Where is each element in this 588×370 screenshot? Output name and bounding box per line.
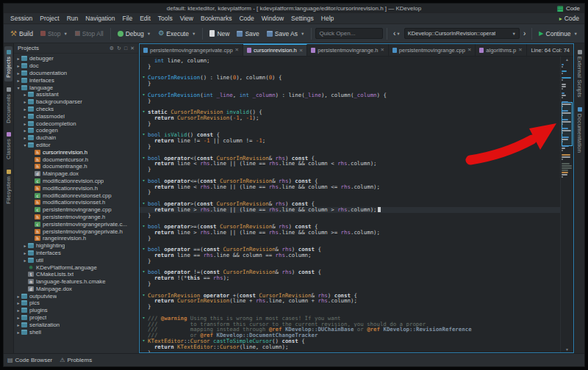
expand-arrow-icon[interactable]: ▸ [22,128,28,133]
stop-all-button[interactable]: Stop All [72,29,107,39]
configure-icon[interactable]: ⚙ [110,46,114,51]
tree-item[interactable]: ▸plugins [14,307,138,314]
expand-arrow-icon[interactable]: ▸ [22,99,28,104]
dock-tab-classes[interactable]: Classes [4,128,12,163]
collapse-arrow-icon[interactable]: ▾ [22,142,28,148]
tree-item[interactable]: ▸codegen [14,127,138,134]
code-area[interactable]: int line, column;}▾CursorInRevision() : … [140,57,560,352]
refresh-icon[interactable]: ↻ [117,46,121,51]
tree-item[interactable]: ▸interfaces [14,76,138,84]
code-line[interactable] [140,173,560,178]
code-line[interactable]: ▾bool operator<(const CursorInRevision& … [140,156,560,162]
tree-item[interactable]: hmodificationrevision.h [14,184,138,192]
titlebar-area-switcher[interactable]: ▦ Code [556,4,580,13]
titlebar[interactable]: default: ktexteditor, kdevplatform - [ k… [4,4,584,13]
new-button[interactable]: New [207,29,232,39]
tree-item[interactable]: ▸backgroundparser [14,98,138,106]
code-line[interactable]: } [140,236,560,242]
build-button[interactable]: ⚒Build [7,29,36,39]
code-line[interactable]: /// to transform this cursor to the curr… [140,322,560,327]
code-line[interactable] [140,127,560,133]
fold-arrow-icon[interactable]: ▾ [140,75,148,81]
code-line[interactable]: } [140,167,560,173]
menu-item-session[interactable]: Session [7,15,36,22]
fold-arrow-icon[interactable]: ▾ [140,156,148,162]
code-line[interactable]: } [140,144,560,150]
save-button[interactable]: Save [234,29,262,39]
code-line[interactable]: return line < rhs.line || (line == rhs.l… [140,184,560,190]
detach-icon[interactable]: □ [124,46,127,51]
tree-item[interactable]: hrangeinrevision.h [14,235,138,242]
continue-button[interactable]: ▶Continue▼ [536,29,581,39]
tree-item[interactable]: ▸pics [14,300,138,307]
code-line[interactable]: return KTextEditor::Cursor(line, column)… [140,344,560,350]
tree-item[interactable]: dMainpage.dox [14,170,138,178]
code-line[interactable]: ▾bool operator>=(const CursorInRevision&… [140,224,560,230]
code-browser-button[interactable]: ▤ Code Browser [7,357,52,363]
stop-button[interactable]: Stop▼ [37,29,71,39]
code-line[interactable]: return CursorInRevision(line + rhs.line,… [140,298,560,304]
tree-item[interactable]: cpersistentmovingrangeprivate.c... [14,220,138,228]
menu-item-file[interactable]: File [118,15,136,22]
close-icon[interactable]: ✕ [130,46,135,51]
code-line[interactable]: return line > rhs.line || (line == rhs.l… [140,230,560,236]
menu-item-edit[interactable]: Edit [136,15,154,22]
code-line[interactable]: ▾/// @warning Using this is wrong in mos… [140,316,560,322]
tree-item[interactable]: ▸classmodel [14,112,138,120]
tree-item[interactable]: ▸assistant [14,91,138,98]
tree-item[interactable]: cmodificationrevisionset.cpp [14,192,138,199]
expand-arrow-icon[interactable]: ▸ [22,114,28,119]
tree-item[interactable]: cpersistentmovingrange.cpp [14,206,138,214]
code-line[interactable] [140,70,560,76]
menubar-code-mode[interactable]: ▸ Code [559,15,581,22]
code-line[interactable] [140,87,560,92]
tree-item[interactable]: hmodificationrevisionset.h [14,199,138,206]
tree-item[interactable]: ▸interfaces [14,250,138,257]
fold-arrow-icon[interactable]: ▾ [140,316,148,322]
code-line[interactable] [140,242,560,247]
code-line[interactable]: ▾CursorInRevision(int _line, int _column… [140,92,560,98]
fold-arrow-icon[interactable]: ▾ [140,132,148,138]
dock-tab-external-scripts[interactable]: External Scripts [576,46,584,101]
expand-arrow-icon[interactable]: ▸ [15,56,21,61]
tree-item[interactable]: ▾editor [14,142,138,149]
collapse-arrow-icon[interactable]: ▾ [15,85,21,90]
tree-item[interactable]: ▸highlighting [14,242,138,250]
code-line[interactable]: ▾bool operator ==(const CursorInRevision… [140,247,560,253]
close-tab-icon[interactable]: ✕ [380,47,384,53]
fold-arrow-icon[interactable]: ▾ [140,201,148,207]
fold-arrow-icon[interactable]: ▾ [140,338,148,344]
expand-arrow-icon[interactable]: ▸ [15,300,21,305]
expand-arrow-icon[interactable]: ▸ [15,315,21,320]
tree-item[interactable]: ▸outputview [14,292,138,300]
dock-tab-filesystem[interactable]: Filesystem [4,166,12,208]
code-line[interactable]: return CursorInRevision(-1, -1); [140,115,560,121]
tree-item[interactable]: ▸project [14,314,138,322]
close-tab-icon[interactable]: ✕ [467,47,471,53]
tree-item[interactable]: hpersistentmovingrangeprivate.h [14,228,138,235]
code-line[interactable]: } [140,350,560,352]
code-line[interactable]: ▾bool operator !=(const CursorInRevision… [140,269,560,275]
menu-item-settings[interactable]: Settings [287,15,318,22]
code-line[interactable]: ▾static CursorInRevision invalid() { [140,109,560,115]
problems-button[interactable]: ⚠ Problems [60,357,92,363]
code-line[interactable]: int line, column; [140,58,560,64]
code-line[interactable]: } [140,213,560,219]
code-line[interactable]: /// mapping instead through @ref KDevelo… [140,327,560,333]
close-tab-icon[interactable]: ✕ [299,48,303,54]
tree-item[interactable]: mlanguage-features.h.cmake [14,278,138,286]
editor-tab[interactable]: persistentmovingrange.cpp✕ [389,44,476,56]
code-line[interactable] [140,195,560,201]
menu-item-window[interactable]: Window [258,15,287,22]
code-line[interactable]: } [140,81,560,87]
code-line[interactable]: } [140,121,560,127]
fold-arrow-icon[interactable]: ▾ [140,109,148,115]
tree-item[interactable]: hcursorinrevision.h [14,148,138,156]
tree-item[interactable]: hdocumentcursor.h [14,156,138,163]
editor-tab[interactable]: persistentmovingrangeprivate.cpp✕ [140,44,243,56]
code-line[interactable]: return line > rhs.line || (line == rhs.l… [140,207,560,213]
expand-arrow-icon[interactable]: ▸ [22,106,28,112]
fold-arrow-icon[interactable]: ▾ [140,92,148,98]
fold-arrow-icon[interactable]: ▾ [140,224,148,230]
scroll-down-icon[interactable]: ▼ [565,347,569,352]
